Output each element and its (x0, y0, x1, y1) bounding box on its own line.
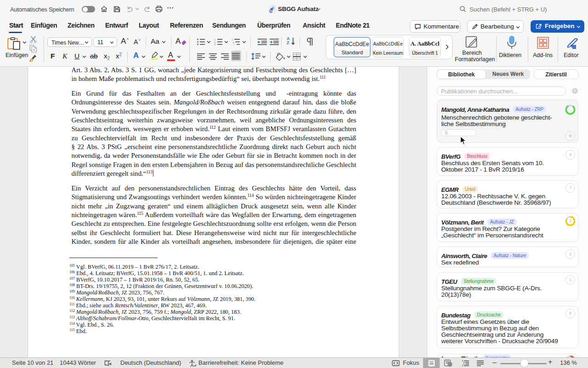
svg-text:i: i (234, 43, 234, 46)
svg-text:3: 3 (214, 43, 215, 46)
